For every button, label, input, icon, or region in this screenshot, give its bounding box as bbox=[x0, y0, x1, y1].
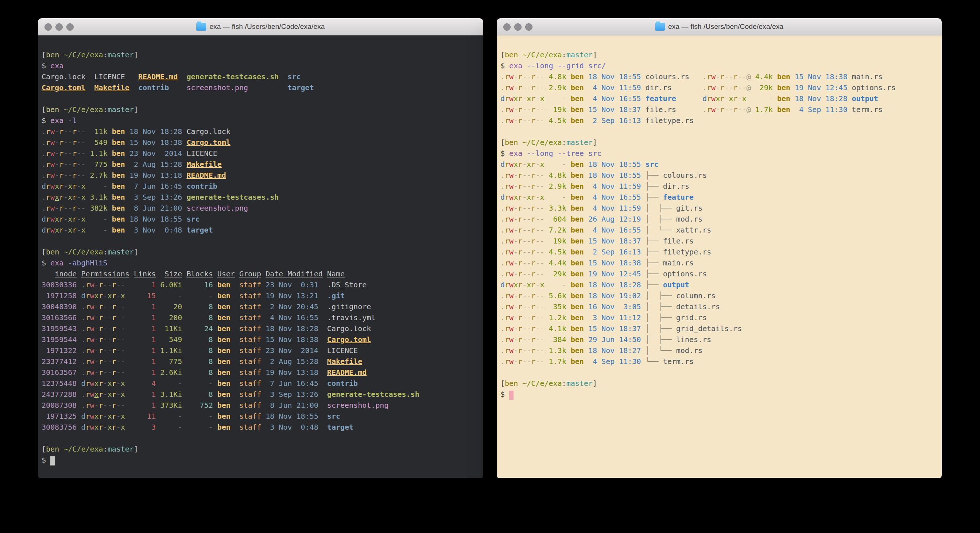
terminal-window-right: exa — fish /Users/ben/Code/exa/exa [ben … bbox=[497, 18, 942, 478]
terminal-line: drwxr-xr-x - ben 18 Nov 18:55 src bbox=[41, 214, 479, 225]
terminal-line: 1971258 drwxr-xr-x 15 - - ben staff 19 N… bbox=[41, 290, 479, 301]
terminal-line: 23377412 .rw-r--r-- 1 775 8 ben staff 2 … bbox=[41, 356, 479, 367]
terminal-line: drwxr-xr-x - ben 4 Nov 16:55 feature drw… bbox=[500, 93, 937, 104]
terminal-line: .rw-r--r-- 2.9k ben 4 Nov 11:59 dir.rs .… bbox=[500, 82, 937, 93]
terminal-line: drwxr-xr-x - ben 7 Jun 16:45 contrib bbox=[41, 181, 479, 191]
terminal-line: 31959543 .rw-r--r-- 1 11Ki 24 ben staff … bbox=[41, 323, 479, 334]
terminal-line: drwxr-xr-x - ben 3 Nov 0:48 target bbox=[41, 225, 479, 235]
terminal-line: 30083756 drwxr-xr-x 3 - - ben staff 3 No… bbox=[41, 422, 479, 432]
terminal-line: .rw-r--r-- 4.8k ben 18 Nov 18:55 ├── col… bbox=[500, 170, 937, 181]
terminal-line bbox=[500, 367, 937, 378]
terminal-line: inode Permissions Links Size Blocks User… bbox=[41, 268, 479, 279]
terminal-line: drwxr-xr-x - ben 4 Nov 16:55 ├── feature bbox=[500, 191, 937, 203]
close-button[interactable] bbox=[45, 23, 52, 31]
terminal-line: .rw-r--r-- 7.2k ben 4 Nov 16:55 │ └── xa… bbox=[500, 225, 937, 235]
terminal-line: .rw-r--r-- 35k ben 16 Nov 3:05 │ ├── det… bbox=[500, 301, 937, 312]
terminal-line: 31959544 .rw-r--r-- 1 549 8 ben staff 15… bbox=[41, 334, 479, 345]
terminal-line: .rw-r--r-- 5.6k ben 18 Nov 19:02 │ ├── c… bbox=[500, 290, 937, 301]
terminal-line: 30163566 .rw-r--r-- 1 200 8 ben staff 4 … bbox=[41, 312, 479, 323]
terminal-line: .rw-r--r-- 4.1k ben 15 Nov 18:37 │ ├── g… bbox=[500, 323, 937, 334]
terminal-line: .rw-r--r-- 3.3k ben 4 Nov 11:59 │ ├── gi… bbox=[500, 203, 937, 214]
terminal-line: [ben ~/C/e/exa:master] bbox=[500, 49, 937, 60]
terminal-line: 30163567 .rw-r--r-- 1 2.6Ki 8 ben staff … bbox=[41, 367, 479, 378]
terminal-content-left[interactable]: [ben ~/C/e/exa:master]$ exaCargo.lock LI… bbox=[38, 35, 483, 478]
terminal-line: 30030336 .rw-r--r-- 1 6.0Ki 16 ben staff… bbox=[41, 279, 479, 290]
text-cursor bbox=[509, 391, 514, 400]
terminal-line: $ exa bbox=[41, 60, 479, 71]
window-title-text: exa — fish /Users/ben/Code/exa/exa bbox=[668, 22, 783, 31]
terminal-line: .rwxr-xr-x 3.1k ben 3 Sep 13:26 generate… bbox=[41, 191, 479, 203]
terminal-line: .rw-r--r-- 382k ben 8 Jun 21:00 screensh… bbox=[41, 203, 479, 214]
terminal-line: 24377288 .rwxr-xr-x 1 3.1Ki 8 ben staff … bbox=[41, 389, 479, 400]
close-button[interactable] bbox=[503, 23, 511, 31]
terminal-line: .rw-r--r-- 775 ben 2 Aug 15:28 Makefile bbox=[41, 159, 479, 170]
terminal-line: .rw-r--r-- 29k ben 19 Nov 12:45 ├── opti… bbox=[500, 268, 937, 279]
terminal-line bbox=[41, 235, 479, 246]
terminal-line: $ exa -abghHliS bbox=[41, 257, 479, 268]
terminal-line: Cargo.toml Makefile contrib screenshot.p… bbox=[41, 82, 479, 93]
folder-icon bbox=[196, 23, 206, 31]
zoom-button[interactable] bbox=[66, 23, 74, 31]
terminal-line: 30048390 .rw-r--r-- 1 20 8 ben staff 2 N… bbox=[41, 301, 479, 312]
minimize-button[interactable] bbox=[56, 23, 63, 31]
terminal-line: 1971325 drwxr-xr-x 11 - - ben staff 18 N… bbox=[41, 411, 479, 422]
terminal-line: .rw-r--r-- 2.7k ben 19 Nov 13:18 README.… bbox=[41, 170, 479, 181]
terminal-line: [ben ~/C/e/exa:master] bbox=[41, 246, 479, 257]
window-title: exa — fish /Users/ben/Code/exa/exa bbox=[655, 22, 783, 31]
terminal-line: .rw-r--r-- 19k ben 15 Nov 18:37 file.rs … bbox=[500, 104, 937, 115]
terminal-line: [ben ~/C/e/exa:master] bbox=[500, 378, 937, 389]
terminal-line: .rw-r--r-- 4.4k ben 15 Nov 18:38 ├── mai… bbox=[500, 257, 937, 268]
terminal-line: drwxr-xr-x - ben 18 Nov 18:55 src bbox=[500, 159, 937, 170]
titlebar-right[interactable]: exa — fish /Users/ben/Code/exa/exa bbox=[497, 18, 942, 35]
terminal-line: [ben ~/C/e/exa:master] bbox=[41, 49, 479, 60]
terminal-window-left: exa — fish /Users/ben/Code/exa/exa [ben … bbox=[38, 18, 483, 478]
terminal-line: .rw-r--r-- 2.9k ben 4 Nov 11:59 ├── dir.… bbox=[500, 181, 937, 191]
window-title: exa — fish /Users/ben/Code/exa/exa bbox=[196, 22, 325, 31]
terminal-line: .rw-r--r-- 4.8k ben 18 Nov 18:55 colours… bbox=[500, 71, 937, 82]
terminal-line bbox=[41, 93, 479, 104]
minimize-button[interactable] bbox=[514, 23, 522, 31]
terminal-line: 20087308 .rw-r--r-- 1 373Ki 752 ben staf… bbox=[41, 400, 479, 411]
terminal-line: 1971322 .rw-r--r-- 1 1.1Ki 8 ben staff 2… bbox=[41, 345, 479, 356]
zoom-button[interactable] bbox=[525, 23, 533, 31]
terminal-line: .rw-r--r-- 19k ben 15 Nov 18:37 ├── file… bbox=[500, 235, 937, 246]
desktop-background: exa — fish /Users/ben/Code/exa/exa [ben … bbox=[0, 0, 980, 533]
terminal-line: [ben ~/C/e/exa:master] bbox=[500, 137, 937, 148]
terminal-line: .rw-r--r-- 1.7k ben 4 Sep 11:30 └── term… bbox=[500, 356, 937, 367]
terminal-line: [ben ~/C/e/exa:master] bbox=[41, 104, 479, 115]
terminal-line: $ exa --long --grid src/ bbox=[500, 60, 937, 71]
terminal-line bbox=[41, 432, 479, 444]
titlebar-left[interactable]: exa — fish /Users/ben/Code/exa/exa bbox=[38, 18, 483, 35]
terminal-line: $ exa -l bbox=[41, 115, 479, 126]
terminal-line: 12375448 drwxr-xr-x 4 - - ben staff 7 Ju… bbox=[41, 378, 479, 389]
terminal-line: $ exa --long --tree src bbox=[500, 148, 937, 159]
terminal-line: .rw-r--r-- 384 ben 29 Jun 14:50 │ ├── li… bbox=[500, 334, 937, 345]
terminal-line: .rw-r--r-- 604 ben 26 Aug 12:19 │ ├── mo… bbox=[500, 214, 937, 225]
terminal-line: .rw-r--r-- 1.1k ben 23 Nov 2014 LICENCE bbox=[41, 148, 479, 159]
terminal-line: Cargo.lock LICENCE README.md generate-te… bbox=[41, 71, 479, 82]
terminal-line bbox=[500, 126, 937, 137]
terminal-line: $ bbox=[500, 389, 937, 400]
terminal-line: [ben ~/C/e/exa:master] bbox=[41, 444, 479, 455]
terminal-line: .rw-r--r-- 4.5k ben 2 Sep 16:13 filetype… bbox=[500, 115, 937, 126]
terminal-line: .rw-r--r-- 1.3k ben 18 Nov 18:27 │ └── m… bbox=[500, 345, 937, 356]
terminal-line: drwxr-xr-x - ben 18 Nov 18:28 ├── output bbox=[500, 279, 937, 290]
traffic-lights-right bbox=[503, 18, 533, 35]
terminal-line: .rw-r--r-- 11k ben 18 Nov 18:28 Cargo.lo… bbox=[41, 126, 479, 137]
traffic-lights-left bbox=[45, 18, 74, 35]
terminal-line: .rw-r--r-- 1.2k ben 3 Nov 11:12 │ ├── gr… bbox=[500, 312, 937, 323]
terminal-line: .rw-r--r-- 549 ben 15 Nov 18:38 Cargo.to… bbox=[41, 137, 479, 148]
text-cursor bbox=[50, 456, 55, 466]
folder-icon bbox=[655, 23, 665, 31]
terminal-content-right[interactable]: [ben ~/C/e/exa:master]$ exa --long --gri… bbox=[497, 35, 942, 478]
window-title-text: exa — fish /Users/ben/Code/exa/exa bbox=[209, 22, 325, 31]
terminal-line: .rw-r--r-- 4.5k ben 2 Sep 16:13 ├── file… bbox=[500, 246, 937, 257]
terminal-line: $ bbox=[41, 455, 479, 466]
